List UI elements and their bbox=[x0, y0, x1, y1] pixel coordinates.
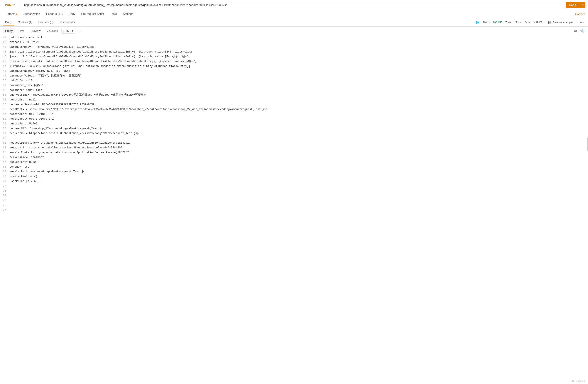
code-line: 57remoteAddr= 0:0:0:0:0:0:0:1 bbox=[0, 112, 588, 117]
code-line: 64session_1= org.apache.catalina.session… bbox=[0, 146, 588, 150]
time-value: 27 ms bbox=[514, 21, 522, 24]
line-number: 42 bbox=[0, 40, 10, 45]
size-value: 3.39 KB bbox=[533, 21, 543, 24]
ftab-raw[interactable]: Raw bbox=[16, 28, 27, 34]
code-line: 72 bbox=[0, 184, 588, 189]
line-content: userPrincipal= null bbox=[10, 179, 588, 183]
code-line: 49parameterValues= [问界M7, 比亚迪仰光, 五菱宏光] bbox=[0, 74, 588, 78]
line-number: 67 bbox=[0, 160, 10, 164]
tab-params[interactable]: Params bbox=[3, 10, 21, 18]
line-number: 43 bbox=[0, 45, 10, 49]
code-line: 73 bbox=[0, 189, 588, 194]
code-line: 67serverPort= 8080 bbox=[0, 160, 588, 165]
line-number: 74 bbox=[0, 194, 10, 198]
rtab-cookies[interactable]: Cookies (1) bbox=[15, 19, 35, 25]
code-line: 52parameter_name= ideal bbox=[0, 88, 588, 93]
line-content: java.util.Collections$UnmodifiableMap$Un… bbox=[10, 54, 588, 59]
line-content: remotePort= 51562 bbox=[10, 122, 588, 126]
line-number: 54 bbox=[0, 98, 10, 102]
line-number: 52 bbox=[0, 88, 10, 92]
code-line: 65servletContext= org.apache.catalina.co… bbox=[0, 150, 588, 155]
rtab-body[interactable]: Body bbox=[3, 19, 14, 25]
cookies-link[interactable]: Cookies bbox=[575, 12, 585, 16]
line-number: 68 bbox=[0, 165, 10, 169]
line-number: 77 bbox=[0, 208, 10, 212]
line-number: 47 bbox=[0, 64, 10, 68]
line-content: java.util.Collections$UnmodifiableMap$Un… bbox=[10, 50, 588, 54]
code-line: 56realPath= /Users/ideal/私人文件夹/JavaProje… bbox=[0, 107, 588, 112]
tab-body[interactable]: Body bbox=[66, 10, 78, 18]
url-input[interactable] bbox=[22, 2, 564, 8]
tab-pre-request-script[interactable]: Pre-request Script bbox=[78, 10, 107, 18]
line-content: remoteHost= 0:0:0:0:0:0:0:1 bbox=[10, 117, 588, 121]
code-line: 50pathInfo= null bbox=[0, 78, 588, 83]
rtab-test-results[interactable]: Test Results bbox=[57, 19, 78, 25]
line-content: trailerFields= {} bbox=[10, 174, 588, 179]
ftab-pretty[interactable]: Pretty bbox=[3, 28, 15, 34]
more-button[interactable]: ••• bbox=[578, 20, 585, 25]
tab-headers[interactable]: Headers (11) bbox=[43, 10, 66, 18]
line-number: 56 bbox=[0, 107, 10, 112]
code-line: 48parameterNames= [name, age, job, car] bbox=[0, 69, 588, 74]
line-content: queryString= name=ideal&age=24&job=Java开… bbox=[10, 93, 588, 97]
ftab-visualize[interactable]: Visualize bbox=[44, 28, 61, 34]
send-button[interactable]: Send ▾ bbox=[566, 2, 585, 8]
tab-authorization[interactable]: Authorization bbox=[21, 10, 43, 18]
code-line: 45java.util.Collections$UnmodifiableMap$… bbox=[0, 54, 588, 59]
scrollbar[interactable] bbox=[587, 137, 588, 151]
code-line: 60requestURI= /bookshop_22/msdev/dongYaB… bbox=[0, 126, 588, 131]
search-button[interactable]: 🔍 bbox=[579, 28, 585, 34]
line-content: requestURI= /bookshop_22/msdev/dongYaBan… bbox=[10, 126, 588, 131]
response-tabs-bar: Body Cookies (1) Headers (5) Test Result… bbox=[0, 18, 588, 27]
line-number: 44 bbox=[0, 50, 10, 54]
size-item: Size: 3.39 KB bbox=[525, 21, 543, 24]
code-content[interactable]: 41pathTranslated= null42protocol= HTTP/1… bbox=[0, 35, 588, 376]
tab-settings[interactable]: Settings bbox=[120, 10, 136, 18]
code-line: 58remoteHost= 0:0:0:0:0:0:0:1 bbox=[0, 117, 588, 122]
filter-icon[interactable]: ☰ bbox=[78, 29, 81, 33]
format-tabs: Pretty Raw Preview Visualize HTML ▾ ☰ ⧉ … bbox=[0, 27, 588, 35]
line-content: remoteUser= null bbox=[10, 98, 588, 102]
send-arrow-icon: ▾ bbox=[580, 4, 585, 6]
top-tabs: Params Authorization Headers (11) Body P… bbox=[0, 10, 588, 18]
copy-button[interactable]: ⧉ bbox=[573, 28, 578, 34]
line-number: 57 bbox=[0, 112, 10, 116]
line-number: 59 bbox=[0, 122, 10, 126]
code-line: 62 bbox=[0, 136, 588, 141]
line-number: 69 bbox=[0, 170, 10, 174]
line-content: realPath= /Users/ideal/私人文件夹/JavaProject… bbox=[10, 107, 588, 112]
line-content: pathTranslated= null bbox=[10, 35, 588, 40]
status-value: 200 OK bbox=[493, 21, 502, 24]
code-line: 46class=class java.util.Collections$Unmo… bbox=[0, 59, 588, 64]
line-number: 62 bbox=[0, 136, 10, 140]
line-number: 53 bbox=[0, 93, 10, 97]
tab-tests[interactable]: Tests bbox=[107, 10, 120, 18]
code-line: 51parameter_car= 问界M7 bbox=[0, 83, 588, 88]
line-content: remoteAddr= 0:0:0:0:0:0:0:1 bbox=[10, 112, 588, 116]
line-number: 48 bbox=[0, 69, 10, 73]
line-content: session_1= org.apache.catalina.session.S… bbox=[10, 146, 588, 150]
code-line: 61requestURL= http://localhost:8080/book… bbox=[0, 131, 588, 136]
ftab-preview[interactable]: Preview bbox=[28, 28, 43, 34]
line-number: 65 bbox=[0, 150, 10, 155]
line-content: serverName= localhost bbox=[10, 155, 588, 159]
html-select[interactable]: HTML ▾ bbox=[62, 28, 75, 34]
code-line: 70trailerFields= {} bbox=[0, 174, 588, 179]
send-label: Send bbox=[566, 3, 580, 6]
save-icon: 💾 bbox=[548, 21, 551, 24]
save-example-button[interactable]: 💾 Save as example bbox=[546, 20, 575, 25]
format-tabs-right: ⧉ 🔍 bbox=[573, 28, 585, 34]
code-line: 69servletPath= /msdev/dongYaBank/request… bbox=[0, 170, 588, 174]
line-content: parameter_car= 问界M7 bbox=[10, 83, 588, 88]
code-line: 41pathTranslated= null bbox=[0, 35, 588, 40]
code-line: 59remotePort= 51562 bbox=[0, 122, 588, 126]
status-item: Status: 200 OK bbox=[482, 21, 502, 24]
method-select[interactable]: POST ▾ bbox=[3, 2, 20, 8]
url-bar: POST ▾ Send ▾ bbox=[0, 0, 588, 10]
params-dot bbox=[16, 14, 18, 15]
line-number: 75 bbox=[0, 198, 10, 203]
line-content: requestDispatcher= org.apache.catalina.c… bbox=[10, 141, 588, 145]
line-content: 比亚迪仰光, 五菱宏光], class=class java.util.Coll… bbox=[10, 64, 588, 68]
code-line: 42protocol= HTTP/1.1 bbox=[0, 40, 588, 45]
rtab-headers[interactable]: Headers (5) bbox=[36, 19, 56, 25]
